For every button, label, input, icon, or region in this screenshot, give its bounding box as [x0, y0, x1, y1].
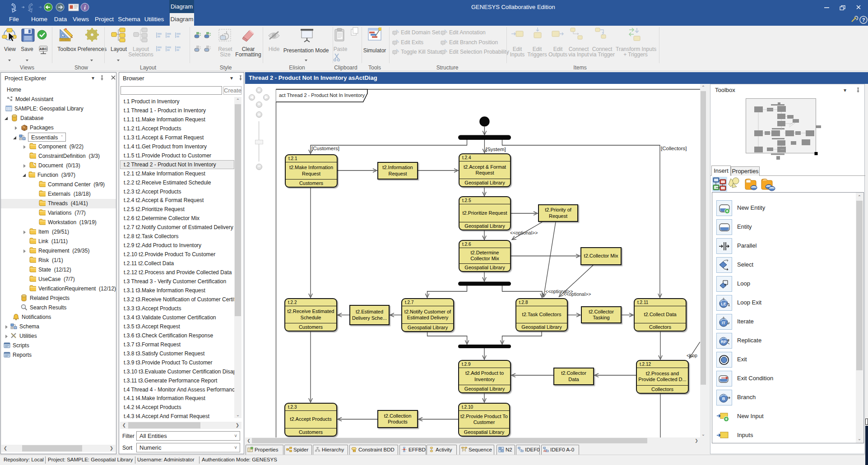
svg-text:LE: LE: [721, 302, 726, 306]
svg-text:?: ?: [862, 17, 865, 23]
svg-text:B: B: [722, 396, 725, 401]
svg-text:IT: IT: [722, 321, 726, 325]
svg-text:i: i: [84, 4, 86, 11]
svg-text:RP: RP: [720, 340, 726, 344]
svg-text:MMMMM: MMMMM: [60, 38, 70, 41]
svg-text:ABC: ABC: [39, 47, 47, 51]
svg-text:A0: A0: [543, 450, 547, 452]
